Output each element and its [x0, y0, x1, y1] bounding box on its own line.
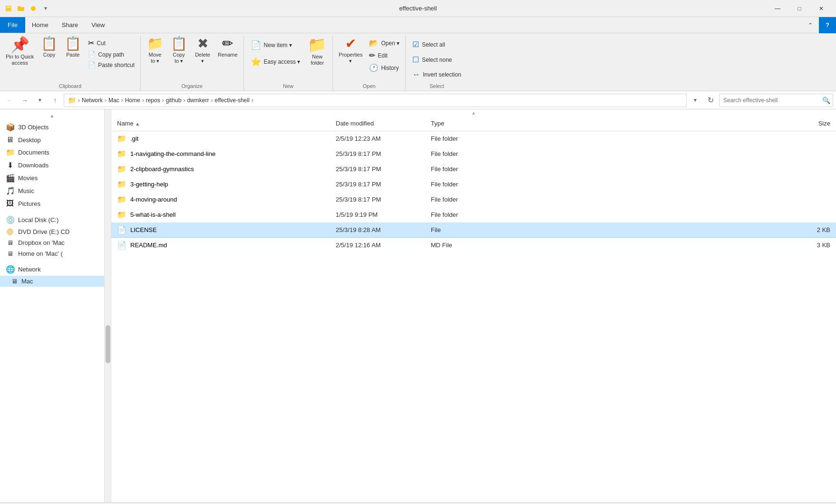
tab-home[interactable]: Home — [25, 17, 55, 33]
sidebar-collapse-button[interactable]: ▲ — [50, 113, 55, 118]
file-name-5: 5-what-is-a-shell — [130, 211, 175, 218]
file-row-6[interactable]: 📄 LICENSE 25/3/19 8:28 AM File 2 KB — [111, 223, 836, 238]
file-row-3[interactable]: 📁 3-getting-help 25/3/19 8:17 PM File fo… — [111, 177, 836, 192]
new-folder-label: Newfolder — [311, 54, 324, 66]
edit-label: Edit — [378, 52, 388, 59]
file-row-7[interactable]: 📄 README.md 2/5/19 12:16 AM MD File 3 KB — [111, 238, 836, 253]
path-network[interactable]: Network — [82, 97, 103, 104]
cut-button[interactable]: ✂ Cut — [85, 37, 137, 49]
new-item-button[interactable]: 📄 New item ▾ — [247, 37, 304, 53]
svg-rect-1 — [7, 7, 10, 8]
tab-share[interactable]: Share — [55, 17, 85, 33]
music-icon: 🎵 — [6, 186, 14, 195]
sidebar-item-dvddrive[interactable]: 📀 DVD Drive (E:) CD — [0, 226, 104, 237]
paste-shortcut-icon: 📄 — [88, 61, 96, 68]
sidebar-item-downloads[interactable]: ⬇ Downloads — [0, 159, 104, 172]
pin-quick-access-button[interactable]: 📌 Pin to Quickaccess — [3, 35, 37, 68]
move-to-button[interactable]: 📁 Moveto ▾ — [144, 35, 166, 66]
back-button[interactable]: ← — [3, 94, 16, 107]
path-home[interactable]: Home — [125, 97, 140, 104]
sidebar-item-network[interactable]: 🌐 Network — [0, 263, 104, 276]
help-button[interactable]: ? — [819, 17, 836, 33]
sidebar-item-pictures[interactable]: 🖼 Pictures — [0, 197, 104, 210]
sidebar-item-3dobjects[interactable]: 📦 3D Objects — [0, 121, 104, 134]
sidebar-label-dropbox: Dropbox on 'Mac — [18, 239, 65, 246]
edit-button[interactable]: ✏ Edit — [366, 49, 402, 61]
delete-button[interactable]: ✖ Delete▾ — [191, 35, 214, 66]
invert-selection-button[interactable]: ↔ Invert selection — [408, 68, 465, 82]
main-content: ▲ 📦 3D Objects 🖥 Desktop 📁 Documents ⬇ D… — [0, 109, 836, 502]
search-box[interactable]: 🔍 — [719, 94, 833, 107]
select-all-button[interactable]: ☑ Select all — [408, 37, 465, 52]
sidebar-item-documents[interactable]: 📁 Documents — [0, 146, 104, 159]
file-row-4[interactable]: 📁 4-moving-around 25/3/19 8:17 PM File f… — [111, 192, 836, 207]
search-button[interactable]: 🔍 — [819, 94, 833, 107]
paste-button[interactable]: 📋 Paste — [61, 35, 84, 60]
search-input[interactable] — [719, 97, 819, 104]
address-dropdown-button[interactable]: ▼ — [689, 94, 702, 107]
open-button[interactable]: 📂 Open ▾ — [366, 37, 402, 49]
sidebar-label-pictures: Pictures — [18, 200, 40, 207]
file-cell-name-4: 📁 4-moving-around — [111, 194, 330, 205]
sidebar-item-desktop[interactable]: 🖥 Desktop — [0, 134, 104, 146]
col-header-name[interactable]: Name ▲ — [111, 118, 330, 129]
file-row-0[interactable]: 📁 .git 2/5/19 12:23 AM File folder — [111, 131, 836, 146]
path-mac[interactable]: Mac — [108, 97, 119, 104]
sidebar-collapse-area: ▲ — [0, 113, 104, 119]
maximize-button[interactable]: □ — [788, 0, 810, 17]
new-folder-button[interactable]: 📁 Newfolder — [305, 35, 330, 68]
easy-access-button[interactable]: ⭐ Easy access ▾ — [247, 54, 304, 70]
tab-file[interactable]: File — [0, 17, 25, 33]
address-path[interactable]: 📁 › Network › Mac › Home › repos › githu… — [64, 94, 687, 107]
pin-title-icon — [29, 4, 38, 13]
path-github[interactable]: github — [166, 97, 182, 104]
copy-button[interactable]: 📋 Copy — [38, 35, 60, 60]
file-cell-size-5 — [520, 213, 836, 216]
file-cell-type-1: File folder — [425, 149, 520, 159]
rename-button[interactable]: ✏ Rename — [215, 35, 241, 60]
copy-path-button[interactable]: 📄 Copy path — [85, 49, 137, 59]
collapse-ribbon-button[interactable]: ⌃ — [802, 17, 819, 33]
tab-view[interactable]: View — [85, 17, 111, 33]
file-cell-type-0: File folder — [425, 134, 520, 144]
minimize-button[interactable]: — — [767, 0, 788, 17]
col-header-type[interactable]: Type — [425, 118, 520, 129]
delete-icon: ✖ — [197, 37, 208, 50]
path-sep-2: › — [121, 97, 123, 104]
col-header-date[interactable]: Date modified — [330, 118, 425, 129]
sidebar-item-mac[interactable]: 🖥 Mac — [0, 276, 104, 287]
dropdown-title-icon[interactable]: ▼ — [41, 4, 50, 13]
recent-locations-button[interactable]: ▼ — [33, 94, 47, 107]
file-type-icon-1: 📁 — [117, 149, 126, 158]
up-button[interactable]: ↑ — [49, 94, 62, 107]
file-name-4: 4-moving-around — [130, 196, 177, 203]
file-cell-date-6: 25/3/19 8:28 AM — [330, 225, 425, 235]
history-button[interactable]: 🕐 History — [366, 62, 402, 74]
sidebar-item-dropbox[interactable]: 🖥 Dropbox on 'Mac — [0, 237, 104, 248]
sidebar-item-localdisk[interactable]: 💿 Local Disk (C:) — [0, 213, 104, 226]
file-row-5[interactable]: 📁 5-what-is-a-shell 1/5/19 9:19 PM File … — [111, 207, 836, 223]
properties-label: Properties▾ — [339, 52, 362, 64]
path-dwmkerr[interactable]: dwmkerr — [187, 97, 209, 104]
status-bar: 8 items ☰ ■ — [0, 502, 836, 504]
properties-button[interactable]: ✔ Properties▾ — [336, 35, 365, 66]
sidebar-scroll-thumb[interactable] — [106, 325, 110, 363]
sidebar-item-movies[interactable]: 🎬 Movies — [0, 172, 104, 184]
select-none-button[interactable]: ☐ Select none — [408, 52, 465, 67]
refresh-button[interactable]: ↻ — [704, 94, 717, 107]
paste-shortcut-button[interactable]: 📄 Paste shortcut — [85, 60, 137, 70]
close-button[interactable]: ✕ — [810, 0, 832, 17]
copy-to-button[interactable]: 📋 Copyto ▾ — [167, 35, 190, 66]
collapse-file-arrow[interactable]: ▲ — [471, 110, 476, 116]
path-effective-shell[interactable]: effective-shell — [214, 97, 249, 104]
col-header-size[interactable]: Size — [520, 118, 836, 129]
forward-button[interactable]: → — [18, 94, 31, 107]
file-row-1[interactable]: 📁 1-navigating-the-command-line 25/3/19 … — [111, 146, 836, 162]
sidebar-item-homemac[interactable]: 🖥 Home on 'Mac' ( — [0, 248, 104, 259]
file-type-icon-7: 📄 — [117, 241, 126, 250]
file-row-2[interactable]: 📁 2-clipboard-gymnastics 25/3/19 8:17 PM… — [111, 162, 836, 177]
path-repos[interactable]: repos — [146, 97, 160, 104]
select-none-icon: ☐ — [412, 55, 419, 64]
file-cell-type-3: File folder — [425, 179, 520, 189]
sidebar-item-music[interactable]: 🎵 Music — [0, 184, 104, 197]
